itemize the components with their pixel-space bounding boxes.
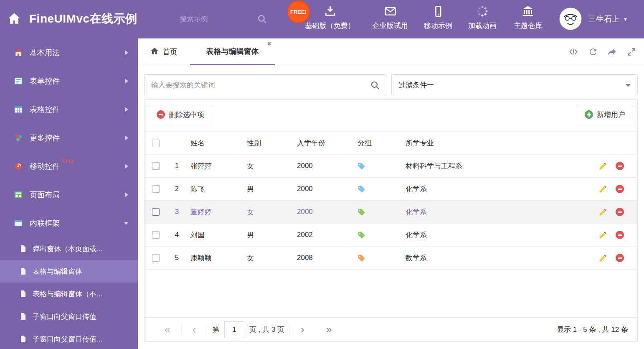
row-checkbox[interactable]: [152, 254, 160, 262]
edit-pencil-icon[interactable]: [598, 185, 607, 194]
major-link[interactable]: 化学系: [406, 185, 427, 193]
sidebar-subitem-grid-edit-window[interactable]: 表格与编辑窗体: [0, 260, 138, 283]
sidebar-subitem-child-to-parent[interactable]: 子窗口向父窗口传值: [0, 305, 138, 328]
delete-selected-button[interactable]: 删除选中项: [149, 105, 212, 124]
tag-icon: [357, 231, 365, 239]
column-header-name[interactable]: 姓名: [186, 138, 241, 148]
form-icon: [14, 77, 23, 85]
table-row[interactable]: 1 张萍萍 女 2000 材料科学与工程系: [145, 155, 637, 178]
sidebar-item-iframe[interactable]: 内联框架: [0, 209, 138, 237]
sidebar-subitem-label: 表格与编辑窗体: [33, 267, 82, 276]
user-avatar[interactable]: [559, 8, 582, 30]
table-row[interactable]: 2 陈飞 男 2000 化学系: [145, 178, 637, 201]
edit-pencil-icon[interactable]: [598, 208, 607, 217]
sidebar-item-more-controls[interactable]: 更多控件: [0, 124, 138, 152]
refresh-icon[interactable]: [588, 47, 598, 57]
nav-item-loading-animation[interactable]: 加载动画: [468, 5, 497, 31]
shapes-icon: [14, 134, 23, 142]
row-number: 5: [167, 254, 186, 262]
sidebar-subitem-grid-edit-window-2[interactable]: 表格与编辑窗体（不...: [0, 283, 138, 305]
add-user-label: 新增用户: [597, 110, 625, 120]
cell-year: 2000: [291, 185, 351, 193]
sidebar-item-label: 表格控件: [30, 104, 60, 115]
keyword-search-input[interactable]: 输入要搜索的关键词: [144, 74, 386, 95]
row-checkbox[interactable]: [152, 185, 160, 193]
table-icon: [14, 105, 23, 114]
close-icon[interactable]: ×: [267, 41, 271, 47]
edit-pencil-icon[interactable]: [598, 254, 607, 262]
file-icon: [19, 267, 28, 275]
code-icon[interactable]: [568, 46, 579, 57]
page-prefix: 第: [212, 325, 219, 334]
add-user-button[interactable]: 新增用户: [577, 105, 633, 124]
major-link[interactable]: 数学系: [406, 254, 427, 262]
select-all-checkbox[interactable]: [152, 140, 160, 147]
nav-item-basic-edition[interactable]: 基础版（免费）: [305, 5, 355, 31]
column-header-major[interactable]: 所学专业: [401, 138, 583, 148]
column-header-group[interactable]: 分组: [351, 138, 401, 148]
search-icon[interactable]: [257, 14, 267, 26]
grid-panel: 删除选中项 新增用户 姓名 性别 入学年份 分组 所学专业 1 张萍萍 女 20…: [144, 99, 638, 342]
tab-home[interactable]: 首页: [150, 38, 177, 65]
major-link[interactable]: 材料科学与工程系: [406, 162, 462, 170]
page-number-input[interactable]: [224, 321, 244, 338]
last-page-button[interactable]: »: [315, 324, 343, 335]
cell-name: 康颖颖: [186, 253, 241, 263]
first-page-button[interactable]: «: [154, 324, 181, 335]
table-row-selected[interactable]: 3 董婷婷 女 2000 化学系: [145, 201, 637, 224]
pagination-bar: « ‹ 第 页 , 共 3 页 › » 显示 1 - 5 条 , 共 12 条: [145, 317, 637, 341]
sidebar-item-form-controls[interactable]: 表单控件: [0, 67, 138, 95]
edit-pencil-icon[interactable]: [598, 162, 607, 171]
table-row[interactable]: 5 康颖颖 女 2008 数学系: [145, 247, 637, 270]
nav-item-mobile-demo[interactable]: 移动示例: [424, 5, 452, 31]
sidebar-item-label: 基本用法: [30, 48, 60, 58]
tab-label: 首页: [162, 47, 177, 57]
column-header-year[interactable]: 入学年份: [291, 138, 351, 148]
row-checkbox[interactable]: [152, 208, 160, 216]
cell-gender: 女: [241, 253, 291, 263]
tag-icon: [357, 254, 365, 262]
cell-year: 2000: [291, 208, 351, 216]
sidebar-item-page-layout[interactable]: 页面布局: [0, 181, 138, 209]
delete-selected-label: 删除选中项: [169, 110, 204, 120]
prev-page-button[interactable]: ‹: [182, 324, 207, 335]
user-menu[interactable]: 三生石上▼: [588, 14, 628, 25]
sidebar-subitem-label: 子窗口向父窗口传值: [33, 312, 96, 321]
nav-item-theme-store[interactable]: 主题仓库: [514, 5, 542, 31]
sidebar-item-grid-controls[interactable]: 表格控件: [0, 95, 138, 124]
search-icon[interactable]: [370, 80, 380, 92]
cell-gender: 女: [241, 161, 291, 171]
delete-row-icon[interactable]: [616, 254, 624, 262]
sidebar-subitem-child-to-parent-2[interactable]: 子窗口向父窗口传值...: [0, 328, 138, 349]
sidebar-item-label: 表单控件: [30, 76, 60, 86]
tab-grid-edit-window[interactable]: 表格与编辑窗体 ×: [190, 38, 275, 65]
sidebar-item-mobile-controls[interactable]: 移动控件 Corp.: [0, 152, 138, 181]
row-number: 3: [167, 208, 186, 216]
header-search-input[interactable]: 搜索示例: [180, 13, 267, 26]
table-row[interactable]: 4 刘国 男 2002 化学系: [145, 224, 637, 247]
fullscreen-icon[interactable]: [626, 47, 636, 57]
delete-row-icon[interactable]: [616, 162, 624, 170]
nav-item-enterprise-trial[interactable]: 企业版试用: [373, 5, 408, 31]
plus-circle-icon: [585, 110, 593, 119]
row-checkbox[interactable]: [152, 231, 160, 239]
major-link[interactable]: 化学系: [406, 208, 427, 216]
sidebar-item-basic-usage[interactable]: 基本用法: [0, 38, 138, 67]
delete-row-icon[interactable]: [616, 185, 624, 193]
cell-year: 2002: [291, 231, 351, 239]
edit-pencil-icon[interactable]: [598, 231, 607, 239]
home-icon[interactable]: [8, 12, 21, 27]
spinner-icon: [468, 5, 497, 20]
delete-row-icon[interactable]: [616, 208, 624, 216]
column-header-gender[interactable]: 性别: [241, 138, 291, 148]
sidebar-subitem-popup-window[interactable]: 弹出窗体（本页面或...: [0, 237, 138, 260]
frame-icon: [14, 219, 23, 227]
next-page-button[interactable]: ›: [290, 324, 315, 335]
sidebar-item-label: 更多控件: [30, 133, 60, 143]
major-link[interactable]: 化学系: [406, 231, 427, 239]
sidebar-item-label: 页面布局: [30, 190, 60, 200]
delete-row-icon[interactable]: [616, 231, 624, 239]
forward-icon[interactable]: [607, 47, 617, 57]
row-checkbox[interactable]: [152, 162, 160, 170]
filter-dropdown[interactable]: 过滤条件一: [391, 74, 638, 95]
